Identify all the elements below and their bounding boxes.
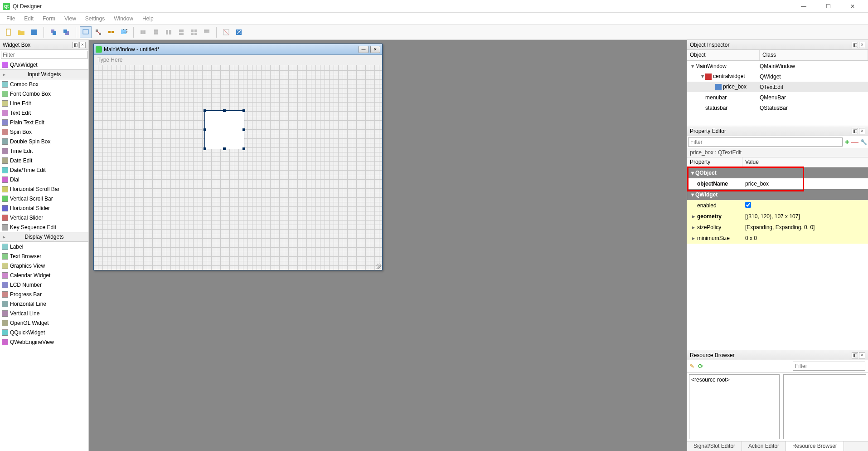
form-close-button[interactable]: ✕ xyxy=(370,46,380,53)
form-resize-grip[interactable] xyxy=(376,264,381,269)
object-col-class[interactable]: Class xyxy=(760,50,868,60)
chevron-icon[interactable]: ▸ xyxy=(691,224,696,230)
widget-item[interactable]: Vertical Line xyxy=(0,309,88,318)
resize-handle[interactable] xyxy=(223,147,226,150)
property-value[interactable]: 0 x 0 xyxy=(742,235,868,241)
property-remove-icon[interactable]: — xyxy=(851,138,858,146)
edit-resources-icon[interactable]: ✎ xyxy=(690,363,694,369)
widget-item[interactable]: Horizontal Slider xyxy=(0,203,88,213)
form-titlebar[interactable]: MainWindow - untitled* — ✕ xyxy=(94,44,382,55)
chevron-icon[interactable]: ▸ xyxy=(691,235,696,241)
property-row[interactable]: ▸geometry[(310, 120), 107 x 107] xyxy=(687,211,868,222)
resize-handle[interactable] xyxy=(242,147,245,150)
widget-item[interactable]: Plain Text Edit xyxy=(0,118,88,127)
minimize-button[interactable]: — xyxy=(795,2,812,11)
bring-front-icon[interactable] xyxy=(60,26,72,38)
object-row[interactable]: price_boxQTextEdit xyxy=(687,82,868,92)
menu-window[interactable]: Window xyxy=(109,14,138,23)
property-category-qwidget[interactable]: ▾QWidget xyxy=(687,189,868,200)
property-checkbox[interactable] xyxy=(745,202,751,208)
resize-handle[interactable] xyxy=(242,109,245,112)
edit-signals-icon[interactable] xyxy=(92,26,104,38)
widget-item[interactable]: Graphics View xyxy=(0,261,88,270)
resize-handle[interactable] xyxy=(204,147,206,150)
property-table[interactable]: Property Value ▾QObject objectName price… xyxy=(687,157,868,350)
tab-signal-slot[interactable]: Signal/Slot Editor xyxy=(687,441,742,451)
widget-item[interactable]: LCD Number xyxy=(0,280,88,289)
layout-v-icon[interactable] xyxy=(150,26,162,38)
widget-item[interactable]: Horizontal Line xyxy=(0,299,88,309)
widget-item[interactable]: OpenGL Widget xyxy=(0,318,88,328)
edit-widgets-icon[interactable] xyxy=(80,26,92,38)
design-canvas[interactable]: MainWindow - untitled* — ✕ Type Here xyxy=(89,40,687,451)
widget-box-float-button[interactable]: ◧ xyxy=(72,42,78,48)
resize-handle[interactable] xyxy=(204,128,206,131)
property-col-value[interactable]: Value xyxy=(742,157,868,167)
widget-item[interactable]: Horizontal Scroll Bar xyxy=(0,184,88,194)
widget-item[interactable]: Date/Time Edit xyxy=(0,165,88,175)
widget-box-close-button[interactable]: × xyxy=(79,42,86,48)
menu-edit[interactable]: Edit xyxy=(19,14,38,23)
property-value[interactable]: price_box xyxy=(742,181,868,187)
widget-item[interactable]: Double Spin Box xyxy=(0,137,88,146)
close-button[interactable]: ✕ xyxy=(844,2,861,11)
tab-action-editor[interactable]: Action Editor xyxy=(742,441,786,451)
object-col-object[interactable]: Object xyxy=(687,50,760,60)
resource-preview[interactable] xyxy=(783,374,866,439)
widget-item[interactable]: Spin Box xyxy=(0,127,88,137)
chevron-icon[interactable]: ▾ xyxy=(700,73,705,79)
widget-category-input[interactable]: Input Widgets xyxy=(0,69,88,79)
property-add-icon[interactable]: + xyxy=(844,137,849,147)
object-inspector-close-button[interactable]: × xyxy=(859,42,865,48)
resize-handle[interactable] xyxy=(223,109,226,112)
widget-item[interactable]: Progress Bar xyxy=(0,289,88,299)
property-value[interactable]: [Expanding, Expanding, 0, 0] xyxy=(742,224,868,230)
layout-form-icon[interactable] xyxy=(201,26,213,38)
widget-item[interactable]: Time Edit xyxy=(0,146,88,156)
resource-filter-input[interactable] xyxy=(793,362,865,371)
object-row[interactable]: statusbarQStatusBar xyxy=(687,103,868,113)
tab-resource-browser[interactable]: Resource Browser xyxy=(786,441,844,451)
layout-h-icon[interactable] xyxy=(137,26,149,38)
property-row-objectname[interactable]: objectName price_box xyxy=(687,178,868,189)
edit-buddies-icon[interactable] xyxy=(105,26,117,38)
widget-item[interactable]: Dial xyxy=(0,175,88,184)
widget-item[interactable]: Line Edit xyxy=(0,98,88,108)
new-file-icon[interactable] xyxy=(3,26,15,38)
property-row[interactable]: ▸minimumSize0 x 0 xyxy=(687,233,868,244)
menu-help[interactable]: Help xyxy=(138,14,158,23)
menu-file[interactable]: File xyxy=(2,14,19,23)
maximize-button[interactable]: ☐ xyxy=(820,2,836,11)
form-minimize-button[interactable]: — xyxy=(359,46,369,53)
form-window[interactable]: MainWindow - untitled* — ✕ Type Here xyxy=(93,44,383,270)
chevron-icon[interactable]: ▾ xyxy=(690,63,695,69)
resize-handle[interactable] xyxy=(204,109,206,112)
property-row[interactable]: ▸sizePolicy[Expanding, Expanding, 0, 0] xyxy=(687,222,868,233)
widget-item[interactable]: QWebEngineView xyxy=(0,337,88,347)
widget-category-display[interactable]: Display Widgets xyxy=(0,232,88,242)
object-row[interactable]: ▾centralwidgetQWidget xyxy=(687,71,868,82)
open-file-icon[interactable] xyxy=(15,26,27,38)
widget-item[interactable]: QAxWidget xyxy=(0,60,88,69)
layout-grid-icon[interactable] xyxy=(188,26,200,38)
object-inspector-table[interactable]: Object Class ▾MainWindowQMainWindow▾cent… xyxy=(687,50,868,126)
chevron-icon[interactable]: ▸ xyxy=(691,213,696,220)
resource-browser-close-button[interactable]: × xyxy=(859,352,865,358)
menu-settings[interactable]: Settings xyxy=(81,14,109,23)
widget-item[interactable]: Date Edit xyxy=(0,156,88,165)
adjust-size-icon[interactable] xyxy=(233,26,245,38)
resource-tree[interactable]: <resource root> xyxy=(689,374,780,439)
form-body[interactable]: Type Here xyxy=(94,55,382,270)
widget-item[interactable]: Vertical Scroll Bar xyxy=(0,194,88,203)
widget-item[interactable]: Vertical Slider xyxy=(0,213,88,222)
widget-item[interactable]: Label xyxy=(0,242,88,251)
property-editor-close-button[interactable]: × xyxy=(859,128,865,134)
property-category-qobject[interactable]: ▾QObject xyxy=(687,167,868,178)
object-inspector-float-button[interactable]: ◧ xyxy=(852,42,858,48)
property-filter-input[interactable] xyxy=(688,137,843,147)
widget-list[interactable]: QAxWidget Input Widgets Combo BoxFont Co… xyxy=(0,60,88,451)
selected-widget[interactable] xyxy=(204,110,244,149)
property-value[interactable] xyxy=(742,202,868,209)
send-back-icon[interactable] xyxy=(48,26,59,38)
widget-item[interactable]: Font Combo Box xyxy=(0,89,88,98)
